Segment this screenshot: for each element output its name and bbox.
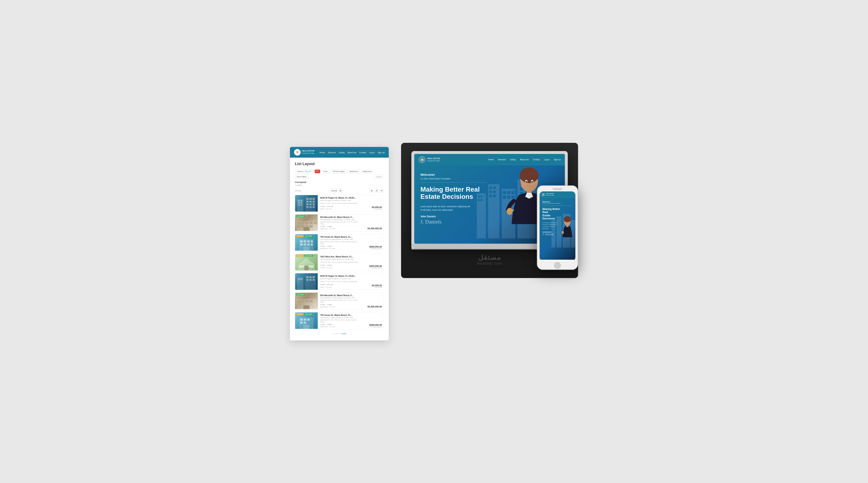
property-price: $698,000.00 [369, 324, 382, 326]
favorite-icon[interactable]: ♡ [380, 314, 382, 317]
property-type: Apartment · For sale [320, 306, 361, 308]
svg-rect-47 [308, 265, 311, 267]
nav-listing[interactable]: Listing [339, 151, 345, 154]
bathrooms-filter[interactable]: Bathrooms [361, 169, 374, 174]
results-count: 7 results [295, 184, 384, 186]
site-nav-login[interactable]: Log in [544, 158, 550, 161]
filter-bar: 🔍 Price All home types Bedrooms Bathroom… [295, 169, 384, 179]
property-desc: Apartment for sale. This is a demo singl… [320, 241, 361, 244]
site-nav-listing[interactable]: Listing [510, 158, 516, 161]
svg-rect-29 [310, 225, 313, 228]
property-info: 924 Marseille Dr, Miami Beach, F... 924 … [320, 293, 363, 309]
site-nav-contact[interactable]: Contact [533, 158, 540, 161]
property-image: Just listed [295, 214, 318, 231]
site-nav-about[interactable]: About me [520, 158, 529, 161]
powered-by: Powered by Estatik [295, 333, 384, 336]
property-meta: 3 beds 350 sq ft [320, 205, 361, 207]
phone-logo-text: REAL ESTATE Houses For Sale [546, 193, 554, 196]
list-view-btn[interactable]: ☰ [375, 189, 379, 192]
search-button[interactable]: 🔍 [315, 170, 320, 173]
property-address: 750 Ocean Dr, Miami Beach, FL 33139, USA [320, 317, 361, 319]
svg-rect-49 [298, 278, 300, 280]
nav-about[interactable]: About me [347, 151, 356, 154]
favorite-icon[interactable]: ♡ [380, 294, 382, 297]
table-row[interactable]: 8230 W Flagler St, Miami, FL 33144... 82… [295, 273, 384, 290]
svg-rect-48 [297, 277, 303, 290]
sale-type: For sale by owner [369, 248, 382, 249]
phone-person [559, 204, 576, 260]
favorite-icon[interactable]: ♡ [380, 216, 382, 219]
sort-select[interactable]: Newest [329, 189, 342, 193]
table-row[interactable]: Featured Just listed [295, 234, 384, 251]
favorite-icon[interactable]: ♡ [380, 275, 382, 278]
just-listed-badge: Just listed [304, 235, 313, 237]
property-info: 750 Ocean Dr, Miami Beach, FL... 750 Oce… [320, 312, 363, 329]
property-type: House · For sale [320, 267, 361, 269]
property-type: Office · For rent [320, 208, 361, 210]
home-type-filter[interactable]: All home types [331, 169, 346, 174]
svg-rect-19 [313, 206, 315, 208]
table-row[interactable]: Featured Just listed 15 [295, 254, 384, 271]
site-nav-home[interactable]: Home [488, 158, 494, 161]
property-title: 8230 W Flagler St, Miami, FL 33144... [320, 197, 361, 199]
table-row[interactable]: Just listed [295, 214, 384, 232]
property-meta: 3 beds 3 baths [320, 225, 361, 228]
svg-rect-65 [300, 319, 303, 321]
phone-notch [552, 188, 563, 190]
nav-home[interactable]: Home [319, 151, 325, 154]
svg-rect-2 [301, 200, 302, 202]
svg-rect-3 [298, 202, 300, 204]
svg-rect-44 [311, 265, 314, 268]
property-price-col: ♡ $698,000.00 For sale by owner [365, 312, 383, 329]
favorite-icon[interactable]: ♡ [380, 197, 382, 200]
favorite-icon[interactable]: ♡ [380, 255, 382, 259]
svg-rect-70 [303, 325, 310, 329]
svg-point-113 [507, 208, 513, 215]
property-desc: Apartment for sale. This is a demo singl… [320, 319, 361, 323]
svg-rect-38 [307, 243, 310, 245]
just-listed-badge: Just listed [304, 313, 313, 315]
phone-home-button[interactable] [554, 262, 561, 269]
bedrooms-filter[interactable]: Bedrooms [348, 169, 360, 174]
logo-text: REAL ESTATE Houses For Sale [302, 150, 314, 154]
property-title: 8230 W Flagler St, Miami, FL 33144... [320, 275, 361, 277]
property-address: 8230 W Flagler St, Miami, FL 33144, USA [320, 200, 361, 202]
property-price: $5,000.00 [372, 206, 382, 209]
property-type: Apartment · For sale [320, 228, 361, 230]
property-type: Apartment · For sale [320, 248, 361, 249]
more-filters[interactable]: More Filters [295, 175, 308, 179]
phone-person-svg [559, 204, 576, 260]
powered-link[interactable]: Estatik [341, 333, 346, 335]
property-address: 924 Marseille Dr, Miami Beach, FL 33141,… [320, 297, 361, 299]
grid-view-btn[interactable]: ⊞ [370, 189, 374, 192]
site-nav-services[interactable]: Services [498, 158, 506, 161]
property-meta: 3 beds 350 sq ft [320, 283, 361, 285]
table-row[interactable]: Featured Just listed 75 [295, 312, 384, 330]
list-layout-panel: 🏠 REAL ESTATE Houses For Sale Home Servi… [290, 147, 389, 340]
price-filter[interactable]: Price [321, 169, 330, 174]
property-price-col: ♡ $698,000.00 For sale by owner [365, 234, 383, 251]
table-row[interactable]: Just listed 924 Marseille Dr, Miami Beac… [295, 293, 384, 310]
nav-login[interactable]: Log in [369, 151, 375, 154]
svg-rect-0 [297, 199, 303, 212]
search-input[interactable]: Search [374, 175, 384, 179]
svg-rect-69 [304, 322, 306, 324]
favorite-icon[interactable]: ♡ [380, 236, 382, 239]
address-input[interactable] [295, 169, 313, 174]
property-info: 1551 West Ave, Miami Beach, FL... 1551 W… [320, 254, 363, 270]
property-title: 750 Ocean Dr, Miami Beach, FL... [320, 236, 361, 238]
table-row[interactable]: 8230 W Flagler St, Miami, FL 33144... 82… [295, 195, 384, 212]
nav-links: Home Services Listing About me Contact L… [319, 150, 384, 154]
svg-rect-12 [310, 201, 312, 203]
svg-rect-10 [313, 198, 315, 200]
svg-rect-30 [303, 227, 310, 231]
site-logo-text: REAL ESTATE Houses For Sale [427, 157, 440, 162]
site-nav-signup[interactable]: Sign up [554, 158, 561, 161]
nav-contact[interactable]: Contact [359, 151, 366, 154]
featured-badge: Featured [296, 313, 304, 315]
nav-services[interactable]: Services [328, 151, 336, 154]
svg-rect-33 [304, 240, 306, 242]
nav-signup[interactable]: Sign up [378, 151, 384, 154]
svg-rect-55 [306, 279, 308, 281]
map-view-btn[interactable]: ⊕ [380, 189, 384, 192]
